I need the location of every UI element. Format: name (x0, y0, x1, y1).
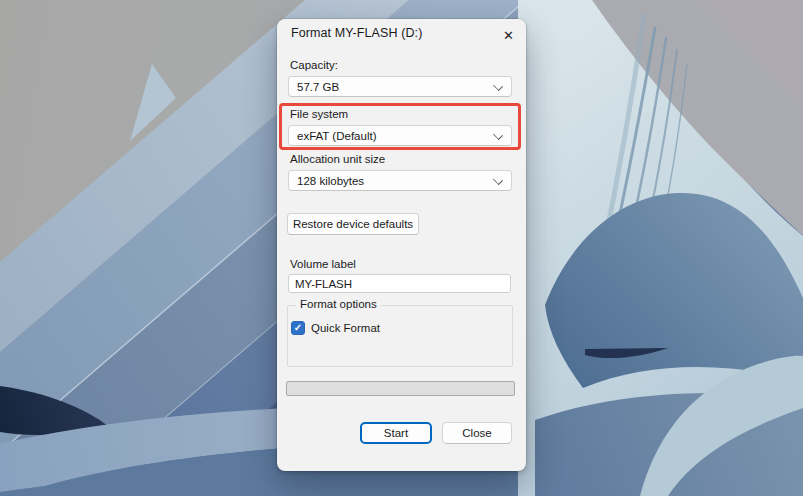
file-system-dropdown[interactable]: exFAT (Default) (288, 125, 512, 146)
restore-device-defaults-button[interactable]: Restore device defaults (287, 213, 419, 235)
close-icon[interactable]: ✕ (496, 23, 521, 48)
volume-label-input[interactable] (288, 274, 511, 293)
file-system-value: exFAT (Default) (297, 130, 376, 142)
allocation-unit-size-dropdown[interactable]: 128 kilobytes (288, 170, 512, 191)
capacity-label: Capacity: (290, 59, 338, 71)
quick-format-row: ✓ Quick Format (291, 321, 380, 335)
format-dialog: Format MY-FLASH (D:) ✕ Capacity: 57.7 GB… (277, 19, 526, 471)
quick-format-checkbox[interactable]: ✓ (291, 321, 305, 335)
format-progress-bar (286, 381, 515, 396)
capacity-dropdown[interactable]: 57.7 GB (288, 76, 512, 97)
dialog-title-bar[interactable]: Format MY-FLASH (D:) ✕ (277, 19, 526, 49)
dialog-title: Format MY-FLASH (D:) (291, 26, 422, 40)
chevron-down-icon (493, 175, 503, 185)
format-options-group: Format options (287, 305, 513, 367)
chevron-down-icon (493, 81, 503, 91)
start-button[interactable]: Start (360, 422, 432, 444)
quick-format-label[interactable]: Quick Format (311, 322, 380, 334)
desktop-screen: Format MY-FLASH (D:) ✕ Capacity: 57.7 GB… (0, 0, 803, 496)
file-system-label: File system (290, 108, 348, 120)
volume-label-label: Volume label (290, 258, 356, 270)
checkmark-icon: ✓ (294, 323, 302, 333)
allocation-unit-size-label: Allocation unit size (290, 153, 385, 165)
capacity-value: 57.7 GB (297, 81, 339, 93)
close-button[interactable]: Close (442, 422, 512, 444)
allocation-unit-size-value: 128 kilobytes (297, 175, 364, 187)
format-options-legend: Format options (296, 298, 381, 310)
chevron-down-icon (493, 130, 503, 140)
